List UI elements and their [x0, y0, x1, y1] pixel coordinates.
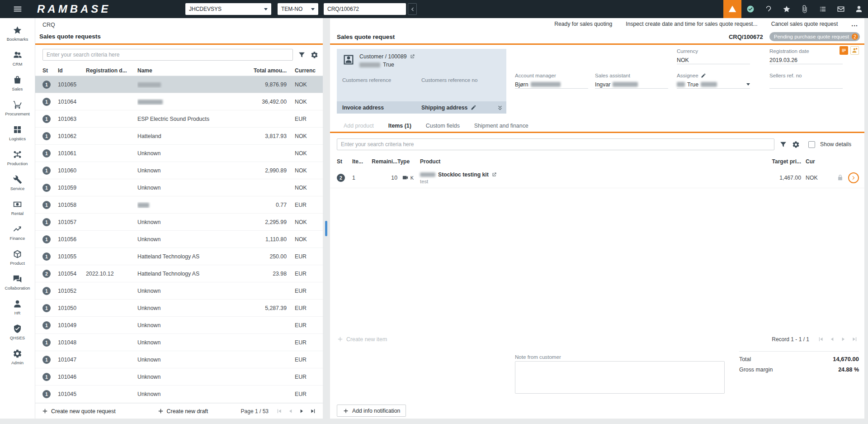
column-header-st[interactable]: St — [337, 158, 352, 165]
sellers-ref-value[interactable] — [769, 81, 843, 89]
column-header-id[interactable]: Id — [58, 67, 86, 74]
column-header-st[interactable]: St — [42, 67, 58, 74]
messages-button[interactable] — [832, 0, 850, 18]
note-from-customer-textarea[interactable] — [515, 361, 725, 394]
first-page-icon[interactable] — [276, 408, 283, 414]
create-new-draft-button[interactable]: Create new draft — [157, 408, 208, 414]
panel-splitter[interactable] — [323, 18, 330, 419]
quote-request-row-101065[interactable]: 11010659,876.99NOK — [35, 76, 323, 93]
column-header-name[interactable]: Name — [137, 67, 248, 74]
system-dropdown[interactable]: JHCDEVSYS — [185, 3, 271, 15]
account-button[interactable] — [850, 0, 868, 18]
sidebar-item-production[interactable]: Production — [0, 145, 35, 170]
last-page-icon[interactable] — [310, 408, 316, 414]
tasks-button[interactable] — [814, 0, 832, 18]
column-header-ite[interactable]: Ite... — [352, 158, 367, 165]
tab-items-1[interactable]: Items (1) — [381, 119, 419, 132]
quote-search-input[interactable] — [42, 49, 293, 61]
notes-indicator-button[interactable] — [840, 46, 848, 55]
quote-request-row-101055[interactable]: 1101055Hatteland Technology AS250.00EUR — [35, 248, 323, 265]
edit-shipping-address-icon[interactable] — [471, 105, 476, 110]
column-header-currency[interactable]: Currency — [287, 67, 316, 74]
registration-date-value[interactable]: 2019.03.26 — [769, 56, 843, 64]
create-new-item-button[interactable]: Create new item — [337, 336, 387, 343]
sales-assistant-value[interactable]: Ingvar — [595, 81, 668, 89]
open-item-button[interactable] — [848, 172, 859, 183]
sidebar-item-service[interactable]: Service — [0, 170, 35, 195]
last-page-icon[interactable] — [851, 336, 858, 343]
previous-page-icon[interactable] — [287, 408, 294, 414]
sidebar-item-rental[interactable]: Rental — [0, 195, 35, 220]
next-page-icon[interactable] — [840, 336, 847, 343]
quote-request-row-101059[interactable]: 1101059UnknownNOK — [35, 179, 323, 196]
global-search-input[interactable] — [324, 3, 406, 15]
column-header-cur[interactable]: Cur — [801, 158, 821, 165]
filter-icon[interactable] — [779, 141, 787, 148]
sidebar-item-logistics[interactable]: Logistics — [0, 120, 35, 145]
first-page-icon[interactable] — [817, 336, 824, 343]
quote-request-row-101060[interactable]: 1101060Unknown2,990.89NOK — [35, 162, 323, 179]
quote-request-row-101057[interactable]: 1101057Unknown2,295.99NOK — [35, 214, 323, 231]
quote-request-row-101050[interactable]: 1101050Unknown5,287.39EUR — [35, 300, 323, 317]
quote-request-row-101049[interactable]: 1101049UnknownEUR — [35, 317, 323, 334]
quote-request-row-101061[interactable]: 1101061UnknownNOK — [35, 145, 323, 162]
quote-request-row-101062[interactable]: 1101062Hatteland3,817.93NOK — [35, 128, 323, 145]
sidebar-item-procurement[interactable]: Procurement — [0, 95, 35, 120]
quote-request-row-101054[interactable]: 21010542022.10.12Hatteland Technology AS… — [35, 265, 323, 282]
external-link-icon[interactable] — [491, 172, 497, 177]
sidebar-item-bookmarks[interactable]: Bookmarks — [0, 21, 35, 46]
filter-icon[interactable] — [298, 51, 306, 59]
sidebar-item-sales[interactable]: Sales — [0, 71, 35, 95]
quote-request-row-101052[interactable]: 1101052UnknownEUR — [35, 282, 323, 300]
items-search-input[interactable] — [337, 138, 774, 150]
favorites-button[interactable] — [778, 0, 796, 18]
customer-link[interactable]: Customer / 100089 — [359, 53, 407, 60]
company-dropdown[interactable]: TEM-NO — [278, 3, 318, 15]
sidebar-item-hr[interactable]: HR — [0, 295, 35, 319]
quote-request-row-101046[interactable]: 1101046UnknownEUR — [35, 368, 323, 386]
tab-add-product[interactable]: Add product — [336, 119, 381, 132]
column-header-registration-d[interactable]: Registration d... — [86, 67, 137, 74]
currency-value[interactable]: NOK — [677, 56, 750, 64]
attachments-button[interactable] — [796, 0, 814, 18]
quote-request-row-101063[interactable]: 1101063ESP Electric Sound ProductsEUR — [35, 110, 323, 128]
column-header-target-pri[interactable]: Target pri... — [742, 158, 801, 165]
alerts-button[interactable] — [723, 0, 741, 18]
column-header-remaini[interactable]: Remaini... — [367, 158, 397, 165]
edit-assignee-icon[interactable] — [701, 73, 706, 78]
system-status-button[interactable] — [741, 0, 760, 18]
account-manager-value[interactable]: Bjørn — [515, 81, 588, 89]
status-pill[interactable]: Pending purchase quote request 2 — [769, 32, 860, 41]
main-menu-button[interactable] — [0, 0, 35, 18]
tab-shipment-and-finance[interactable]: Shipment and finance — [467, 119, 536, 132]
document-action-cancel-sales-quote-request[interactable]: Cancel sales quote request — [771, 21, 838, 27]
external-link-icon[interactable] — [410, 54, 415, 59]
document-action-inspect-create-date-and-time-for-sales-q[interactable]: Inspect create date and time for sales q… — [626, 21, 757, 27]
quote-request-row-101058[interactable]: 11010580.77EUR — [35, 196, 323, 214]
add-info-notification-button[interactable]: Add info notification — [337, 405, 406, 417]
assignee-dropdown[interactable]: True — [677, 81, 750, 89]
quote-request-row-101047[interactable]: 1101047UnknownEUR — [35, 351, 323, 368]
tab-custom-fields[interactable]: Custom fields — [419, 119, 467, 132]
next-page-icon[interactable] — [298, 408, 305, 414]
product-link[interactable]: Stockloc testing kit — [438, 172, 489, 178]
previous-page-icon[interactable] — [829, 336, 835, 343]
quote-request-row-101048[interactable]: 1101048UnknownEUR — [35, 334, 323, 351]
sidebar-item-admin[interactable]: Admin — [0, 344, 35, 369]
document-action-ready-for-sales-quoting[interactable]: Ready for sales quoting — [554, 21, 612, 27]
column-header-total-amou[interactable]: Total amou... — [248, 67, 287, 74]
quote-request-row-101045[interactable]: 1101045UnknownEUR — [35, 386, 323, 403]
back-button[interactable] — [408, 3, 417, 15]
create-new-quote-request-button[interactable]: Create new quote request — [42, 408, 116, 414]
sidebar-item-crm[interactable]: CRM — [0, 46, 35, 71]
quote-request-row-101064[interactable]: 110106436,492.00NOK — [35, 93, 323, 110]
show-details-checkbox[interactable] — [808, 141, 815, 148]
sidebar-item-product[interactable]: Product — [0, 245, 35, 270]
settings-icon[interactable] — [311, 51, 318, 59]
column-header-type[interactable]: Type — [397, 158, 420, 165]
help-button[interactable] — [760, 0, 778, 18]
column-header-product[interactable]: Product — [420, 158, 742, 165]
settings-icon[interactable] — [792, 141, 800, 148]
sidebar-item-collaboration[interactable]: Collaboration — [0, 270, 35, 295]
more-actions-button[interactable]: ... — [851, 20, 858, 28]
